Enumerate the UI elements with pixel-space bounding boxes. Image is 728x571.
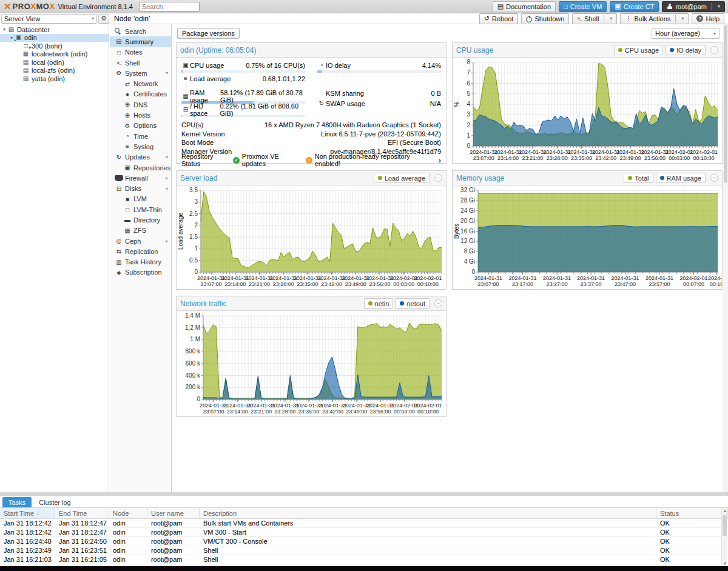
legend-netin[interactable]: netin xyxy=(364,298,394,309)
legend-dot xyxy=(378,176,382,180)
menu-item-options[interactable]: ⚙Options xyxy=(110,121,171,131)
svg-text:1 M: 1 M xyxy=(190,336,200,342)
svg-text:2024-01-3123:49:00: 2024-01-3123:49:00 xyxy=(616,149,644,161)
tree-item-localnetwork[interactable]: ▦localnetwork (odin) xyxy=(0,50,109,59)
documentation-button[interactable]: ▤Documentation xyxy=(493,1,556,12)
collapse-panel-icon[interactable]: − xyxy=(434,299,442,307)
chevron-right-icon[interactable]: › xyxy=(439,156,441,165)
package-versions-button[interactable]: Package versions xyxy=(177,28,240,39)
column-header-node[interactable]: Node xyxy=(109,508,147,518)
column-header-description[interactable]: Description xyxy=(200,508,656,518)
collapse-panel-icon[interactable]: − xyxy=(434,174,442,182)
status-text: Proxmox VE updates xyxy=(242,153,303,167)
menu-item-notes-label: Notes xyxy=(125,48,143,56)
legend-ram-usage[interactable]: RAM usage xyxy=(656,173,706,183)
menu-item-ceph[interactable]: ◎Ceph▸ xyxy=(110,236,171,246)
tree-item-vm-300[interactable]: □▶300 (bohr) xyxy=(0,42,109,50)
tree-item-yatta[interactable]: ▤yatta (odin) xyxy=(0,75,109,83)
chevron-down-icon[interactable]: ▾ xyxy=(166,155,168,160)
help-button[interactable]: ?Help xyxy=(692,13,724,24)
chart-legend: netinnetout− xyxy=(364,298,442,309)
gauge-value: N/A xyxy=(430,100,441,107)
menu-item-hosts[interactable]: ⊕Hosts xyxy=(110,110,171,120)
timeframe-select[interactable]: Hour (average)▾ xyxy=(652,28,720,39)
menu-item-firewall[interactable]: Firewall▸ xyxy=(110,173,171,183)
tab-cluster-log[interactable]: Cluster log xyxy=(33,497,77,507)
menu-item-updates[interactable]: ↻Updates▾ xyxy=(110,152,171,162)
help-icon: ? xyxy=(696,15,703,22)
tree-settings-button[interactable]: ⚙ xyxy=(98,14,109,24)
menu-item-network[interactable]: ⇄Network xyxy=(110,78,171,88)
global-search-input[interactable] xyxy=(139,2,200,12)
reboot-button[interactable]: ↺Reboot xyxy=(479,13,519,24)
cpu-usage-panel: CPU usageCPU usageIO delay− 012345678202… xyxy=(452,42,723,164)
chevron-down-icon[interactable]: ▾ xyxy=(166,70,168,76)
svg-text:2024-01-3123:35:00: 2024-01-3123:35:00 xyxy=(568,149,596,161)
menu-item-replication[interactable]: ⇆Replication xyxy=(110,246,171,256)
shutdown-button[interactable]: Shutdown xyxy=(521,13,569,24)
menu-item-directory[interactable]: ▬Directory xyxy=(110,215,171,225)
menu-item-disks[interactable]: ⊟Disks▾ xyxy=(110,183,171,193)
tree-item-datacenter[interactable]: ▾▤Datacenter xyxy=(0,25,109,34)
collapse-panel-icon[interactable]: − xyxy=(710,174,718,182)
shell-button[interactable]: >_Shell▾ xyxy=(572,13,617,24)
menu-item-task-history[interactable]: ▥Task History xyxy=(110,257,171,267)
tree-item-local[interactable]: ▤local (odin) xyxy=(0,58,109,67)
legend-total[interactable]: Total xyxy=(624,173,653,183)
chevron-down-icon[interactable]: ▾ xyxy=(166,186,168,192)
column-header-user-name[interactable]: User name xyxy=(147,508,200,518)
menu-item-subscription[interactable]: ◈Subscription xyxy=(110,267,171,278)
tab-tasks[interactable]: Tasks xyxy=(2,497,32,507)
menu-item-lvm-thin[interactable]: □LVM-Thin xyxy=(110,204,171,215)
tasks-tabs: TasksCluster log xyxy=(0,496,728,508)
menu-item-system[interactable]: ⚙System▾ xyxy=(110,68,171,78)
menu-item-summary[interactable]: ▤Summary xyxy=(110,36,171,47)
user-menu-button[interactable]: root@pam▾ xyxy=(662,1,725,12)
gauge-value: 0.75% of 16 CPU(s) xyxy=(246,62,305,69)
menu-item-shell[interactable]: >_Shell xyxy=(110,58,171,68)
chart-legend: TotalRAM usage− xyxy=(624,173,718,183)
tree-item-odin[interactable]: ▾▣odin xyxy=(0,34,109,42)
scroll-up-icon[interactable]: ▲ xyxy=(722,509,728,513)
menu-item-notes[interactable]: □Notes xyxy=(110,47,171,58)
menu-item-syslog[interactable]: ≡Syslog xyxy=(110,141,171,152)
bulk-actions-button[interactable]: ⋮Bulk Actions▾ xyxy=(620,13,689,24)
menu-item-search-label: Search xyxy=(125,28,146,35)
content-scrollbar[interactable] xyxy=(723,24,728,492)
scroll-down-icon[interactable]: ▼ xyxy=(722,561,728,566)
task-row[interactable]: Jan 31 16:21:03Jan 31 16:21:05odinroot@p… xyxy=(0,555,728,564)
menu-item-certificates[interactable]: ●Certificates xyxy=(110,89,171,99)
tree-item-yatta-label: yatta (odin) xyxy=(32,75,65,82)
view-mode-select[interactable]: Server View▾ xyxy=(1,14,97,24)
menu-item-search[interactable]: Search xyxy=(110,26,171,36)
menu-item-zfs[interactable]: ▦ZFS xyxy=(110,225,171,236)
menu-item-repositories[interactable]: ▣Repositories xyxy=(110,162,171,173)
legend-io-delay[interactable]: IO delay xyxy=(666,45,706,55)
create-vm-button[interactable]: □Create VM xyxy=(559,1,607,12)
column-header-start-time[interactable]: Start Time↓ xyxy=(0,508,55,518)
menu-item-lvm[interactable]: ■LVM xyxy=(110,194,171,204)
task-row[interactable]: Jan 31 18:12:42Jan 31 18:12:47odinroot@p… xyxy=(0,528,728,537)
tree-item-local-zfs[interactable]: ▤local-zfs (odin) xyxy=(0,67,109,75)
tree-expander-icon[interactable]: ▾ xyxy=(1,27,7,32)
badge-icon: ◈ xyxy=(115,269,123,276)
legend-dot xyxy=(368,301,372,306)
chevron-right-icon[interactable]: ▸ xyxy=(166,175,168,181)
legend-cpu-usage[interactable]: CPU usage xyxy=(614,45,663,55)
collapse-panel-icon[interactable]: − xyxy=(710,46,718,54)
gauge-value: 58.12% (17.89 GiB of 30.78 GiB) xyxy=(220,89,305,104)
tasks-scrollbar[interactable]: ▲ ▼ xyxy=(721,508,727,566)
legend-netout[interactable]: netout xyxy=(396,298,430,309)
menu-item-time[interactable]: ◔Time xyxy=(110,131,171,141)
task-row[interactable]: Jan 31 16:23:49Jan 31 16:23:51odinroot@p… xyxy=(0,546,728,555)
task-row[interactable]: Jan 31 18:12:42Jan 31 18:12:47odinroot@p… xyxy=(0,519,728,528)
legend-load-average[interactable]: Load average xyxy=(374,173,430,183)
help-button-label: Help xyxy=(706,15,720,22)
column-header-status[interactable]: Status xyxy=(656,508,728,518)
menu-item-dns[interactable]: ⊕DNS xyxy=(110,99,171,110)
create-ct-button[interactable]: ▣Create CT xyxy=(610,1,659,12)
column-header-end-time[interactable]: End Time xyxy=(55,508,109,518)
svg-text:1.4 M: 1.4 M xyxy=(185,312,200,319)
task-row[interactable]: Jan 31 16:24:48Jan 31 16:24:50odinroot@p… xyxy=(0,537,728,546)
chevron-right-icon[interactable]: ▸ xyxy=(166,238,168,244)
